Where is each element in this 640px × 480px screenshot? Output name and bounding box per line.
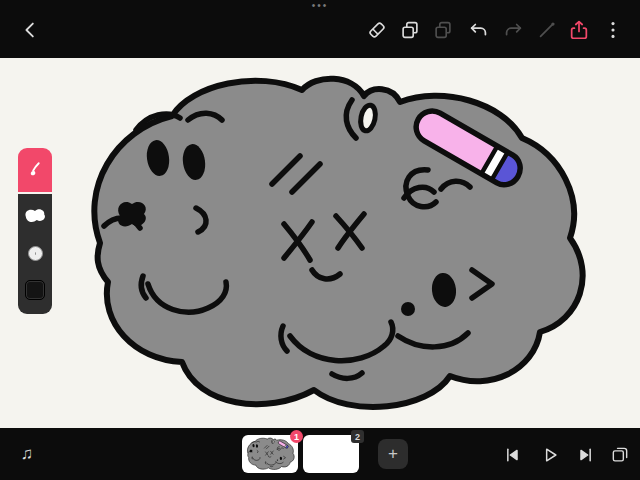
frame-1-preview <box>244 437 296 471</box>
cloud-character-drawing <box>0 58 640 428</box>
skip-to-start-icon <box>502 445 522 465</box>
page-flip-icon <box>610 445 630 465</box>
back-button[interactable] <box>18 17 44 43</box>
top-toolbar: ••• <box>0 0 640 58</box>
brush-options-panel <box>18 194 52 314</box>
more-options-button[interactable] <box>600 17 626 43</box>
drawing-canvas[interactable] <box>0 58 640 428</box>
undo-button[interactable] <box>466 17 492 43</box>
play-button[interactable] <box>538 443 562 467</box>
redo-button[interactable] <box>500 17 526 43</box>
timeline-bar: ♫ 1 2 + <box>0 428 640 480</box>
paintbrush-icon <box>26 161 44 179</box>
paste-icon <box>432 19 454 41</box>
brush-size-button[interactable] <box>28 246 43 261</box>
plus-icon: + <box>388 444 398 464</box>
drawing-app-window: ••• <box>0 0 640 480</box>
eraser-icon <box>366 19 388 41</box>
paste-button[interactable] <box>430 17 456 43</box>
tool-panel <box>18 148 52 314</box>
skip-to-end-icon <box>576 445 596 465</box>
audio-button[interactable]: ♫ <box>14 441 40 467</box>
frame-1-badge: 1 <box>290 430 303 443</box>
brush-stroke-preview-button[interactable] <box>23 207 47 227</box>
frame-2-badge: 2 <box>351 430 364 443</box>
line-tool-icon <box>536 19 558 41</box>
color-swatch-button[interactable] <box>25 280 45 300</box>
share-button[interactable] <box>566 17 592 43</box>
app-switcher-handle[interactable]: ••• <box>0 1 640 11</box>
redo-icon <box>502 19 524 41</box>
copy-icon <box>399 19 421 41</box>
play-icon <box>540 445 560 465</box>
brush-tool-button[interactable] <box>18 148 52 192</box>
brush-size-dot-icon <box>35 252 36 255</box>
add-frame-button[interactable]: + <box>378 439 408 469</box>
undo-icon <box>468 19 490 41</box>
brush-stroke-icon <box>23 207 47 227</box>
share-icon <box>568 19 590 41</box>
music-note-icon: ♫ <box>21 444 34 463</box>
kebab-menu-icon <box>602 19 624 41</box>
line-tool-button[interactable] <box>534 17 560 43</box>
page-flip-button[interactable] <box>608 443 632 467</box>
frame-thumbnail-2[interactable]: 2 <box>303 435 359 473</box>
copy-button[interactable] <box>397 17 423 43</box>
eraser-tool-button[interactable] <box>364 17 390 43</box>
skip-to-end-button[interactable] <box>574 443 598 467</box>
chevron-left-icon <box>20 19 42 41</box>
frame-thumbnail-1[interactable]: 1 <box>242 435 298 473</box>
skip-to-start-button[interactable] <box>500 443 524 467</box>
